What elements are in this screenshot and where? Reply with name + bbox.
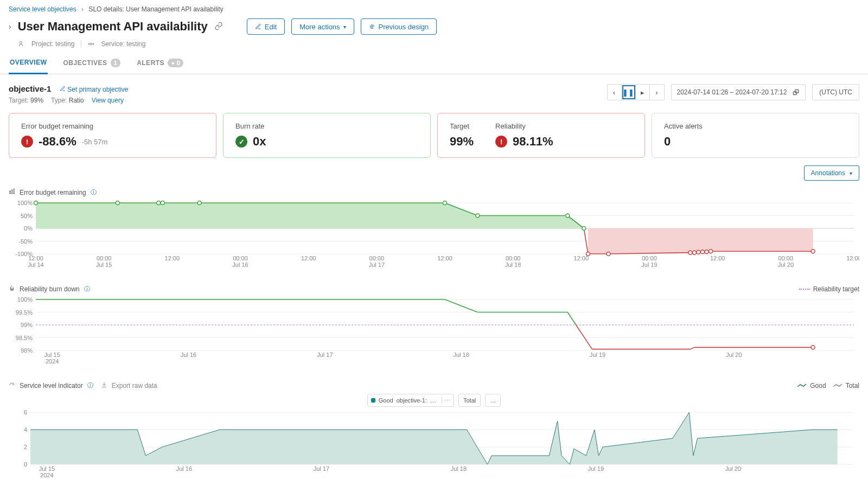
svg-text:0: 0 bbox=[24, 461, 27, 468]
timezone-selector[interactable]: (UTC) UTC bbox=[812, 84, 859, 100]
time-play-button[interactable]: ▸ bbox=[636, 85, 650, 100]
time-range-selector[interactable]: 2024-07-14 01:26 – 2024-07-20 17:12 bbox=[671, 84, 806, 100]
svg-point-43 bbox=[161, 201, 164, 205]
info-icon[interactable]: ⓘ bbox=[87, 381, 93, 389]
chip-total-more[interactable]: … bbox=[485, 394, 501, 407]
svg-point-1 bbox=[20, 42, 22, 44]
collapse-chevron-icon[interactable]: › bbox=[9, 22, 11, 31]
svg-point-47 bbox=[566, 214, 570, 218]
svg-text:00:00: 00:00 bbox=[778, 255, 794, 261]
svg-point-44 bbox=[197, 201, 201, 205]
svg-text:Jul 14: Jul 14 bbox=[28, 261, 43, 268]
card-error-budget: Error budget remaining ! -88.6% -5h 57m bbox=[9, 113, 216, 158]
svg-rect-7 bbox=[10, 191, 11, 194]
svg-rect-8 bbox=[11, 190, 12, 194]
sparkle-icon: ✦ bbox=[171, 61, 176, 66]
tab-objectives[interactable]: OBJECTIVES 1 bbox=[62, 53, 122, 74]
svg-text:12:00: 12:00 bbox=[846, 255, 859, 261]
svg-text:12:00: 12:00 bbox=[165, 255, 180, 261]
chart-reliability-burn: Reliability burn down ⓘ Reliability targ… bbox=[0, 279, 868, 376]
svg-point-76 bbox=[811, 346, 815, 349]
svg-text:2: 2 bbox=[24, 444, 27, 450]
objective-target: Target: 99% bbox=[9, 97, 43, 104]
more-actions-button[interactable]: More actions ▾ bbox=[291, 18, 354, 35]
titlebar: › User Management API availability Edit … bbox=[0, 16, 868, 38]
tab-overview[interactable]: OVERVIEW bbox=[9, 53, 48, 74]
edit-button[interactable]: Edit bbox=[247, 18, 285, 35]
svg-text:Jul 20: Jul 20 bbox=[725, 465, 741, 472]
svg-point-4 bbox=[93, 43, 94, 44]
svg-text:00:00: 00:00 bbox=[369, 255, 385, 261]
pencil-icon bbox=[60, 86, 66, 92]
svg-text:Jul 19: Jul 19 bbox=[588, 465, 604, 472]
tab-alerts[interactable]: ALERTS ✦0 bbox=[136, 53, 184, 74]
svg-point-52 bbox=[692, 251, 696, 254]
copy-link-icon[interactable] bbox=[214, 22, 223, 32]
svg-point-46 bbox=[476, 214, 480, 218]
info-icon[interactable]: ⓘ bbox=[84, 285, 90, 293]
svg-point-57 bbox=[811, 250, 815, 253]
budget-plot[interactable]: 100%50%0%-50%-100%12:00Jul 1400:00Jul 15… bbox=[9, 200, 859, 270]
breadcrumb-root[interactable]: Service level objectives bbox=[9, 5, 76, 13]
project-icon bbox=[18, 41, 25, 47]
previous-design-button[interactable]: Previous design bbox=[361, 18, 437, 35]
annotations-button[interactable]: Annotations ▾ bbox=[804, 165, 859, 181]
legend-total[interactable]: Total bbox=[833, 382, 859, 389]
legend-good[interactable]: Good bbox=[797, 382, 826, 389]
status-bad-icon: ! bbox=[495, 136, 507, 148]
card-target-reliability: Target 99% Reliability ! 98.11% bbox=[437, 113, 645, 158]
service-icon bbox=[88, 41, 94, 47]
svg-text:Jul 15: Jul 15 bbox=[44, 352, 60, 358]
svg-point-53 bbox=[697, 250, 700, 254]
svg-text:Jul 20: Jul 20 bbox=[778, 261, 794, 268]
svg-text:Jul 17: Jul 17 bbox=[369, 261, 385, 268]
export-icon bbox=[101, 381, 107, 389]
time-prev-button[interactable]: ‹ bbox=[608, 85, 622, 100]
legend-reliability-target: Reliability target bbox=[799, 285, 859, 293]
status-bad-icon: ! bbox=[21, 136, 33, 148]
svg-point-42 bbox=[157, 201, 161, 205]
svg-text:100%: 100% bbox=[17, 296, 33, 303]
breadcrumb: Service level objectives › SLO details: … bbox=[0, 0, 868, 16]
svg-text:12:00: 12:00 bbox=[437, 255, 452, 261]
svg-text:2024: 2024 bbox=[40, 472, 53, 478]
svg-point-41 bbox=[116, 201, 119, 205]
svg-text:4: 4 bbox=[24, 426, 27, 433]
chart-error-budget: Error budget remaining ⓘ 100%50%0%-50%-1… bbox=[0, 183, 868, 279]
export-raw-data-link[interactable]: Export raw data bbox=[112, 382, 157, 389]
svg-text:00:00: 00:00 bbox=[97, 255, 112, 261]
svg-point-40 bbox=[34, 201, 38, 205]
svg-text:Jul 16: Jul 16 bbox=[181, 352, 196, 358]
chip-total[interactable]: Total bbox=[458, 394, 481, 407]
svg-point-0 bbox=[371, 26, 373, 28]
tabs: OVERVIEW OBJECTIVES 1 ALERTS ✦0 bbox=[0, 53, 868, 74]
svg-text:99.5%: 99.5% bbox=[16, 309, 33, 316]
chip-good[interactable]: Good objective-1: … ⋯ bbox=[367, 394, 454, 407]
project-label: Project: testing bbox=[31, 40, 74, 48]
svg-text:12:00: 12:00 bbox=[28, 255, 43, 261]
svg-point-51 bbox=[688, 251, 692, 254]
svg-text:Jul 17: Jul 17 bbox=[317, 352, 333, 358]
svg-rect-9 bbox=[14, 189, 15, 194]
svg-point-49 bbox=[586, 252, 590, 256]
svg-text:50%: 50% bbox=[21, 213, 33, 219]
breadcrumb-current: SLO details: User Management API availab… bbox=[88, 5, 223, 13]
svg-text:Jul 16: Jul 16 bbox=[232, 261, 248, 268]
view-query-link[interactable]: View query bbox=[92, 97, 124, 104]
gauge-icon bbox=[9, 381, 15, 389]
set-primary-objective-link[interactable]: Set primary objective bbox=[60, 86, 128, 93]
time-next-button[interactable]: › bbox=[650, 85, 664, 100]
svg-text:12:00: 12:00 bbox=[574, 255, 589, 261]
svg-point-48 bbox=[582, 227, 586, 231]
objective-name: objective-1 bbox=[9, 84, 51, 93]
card-burn-rate: Burn rate ✓ 0x bbox=[223, 113, 431, 158]
time-nav-pager: ‹ ❚❚ ▸ › bbox=[607, 84, 665, 100]
sli-plot[interactable]: 0246Jul 152024Jul 16Jul 17Jul 18Jul 19Ju… bbox=[9, 410, 859, 479]
sli-chips-bar: Good objective-1: … ⋯ Total … bbox=[9, 393, 859, 410]
svg-text:00:00: 00:00 bbox=[506, 255, 521, 261]
svg-text:Jul 18: Jul 18 bbox=[505, 261, 521, 268]
time-pause-button[interactable]: ❚❚ bbox=[622, 85, 636, 100]
svg-text:Jul 15: Jul 15 bbox=[39, 465, 55, 472]
burn-plot[interactable]: 100%99.5%99%98.5%98%Jul 152024Jul 16Jul … bbox=[9, 296, 859, 367]
info-icon[interactable]: ⓘ bbox=[91, 188, 97, 196]
